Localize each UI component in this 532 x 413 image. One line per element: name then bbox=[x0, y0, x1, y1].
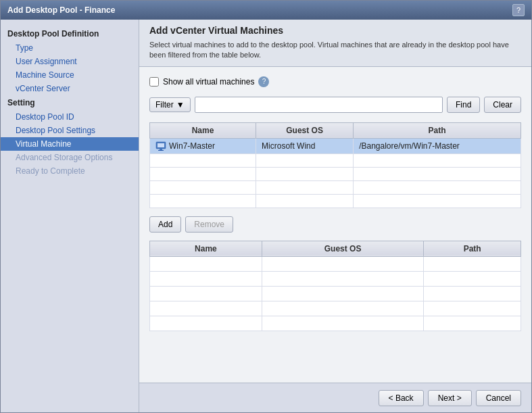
svg-rect-3 bbox=[158, 150, 164, 151]
sidebar-item-ready-to-complete: Ready to Complete bbox=[1, 164, 139, 178]
col-name-1: Name bbox=[150, 122, 256, 138]
sidebar-item-desktop-pool-settings[interactable]: Desktop Pool Settings bbox=[1, 124, 139, 137]
sidebar-item-user-assignment[interactable]: User Assignment bbox=[1, 55, 139, 68]
vm-selected-table: Name Guest OS Path bbox=[149, 241, 521, 331]
help-button[interactable]: ? bbox=[512, 4, 525, 16]
title-bar: Add Desktop Pool - Finance ? bbox=[1, 1, 531, 20]
sidebar-definition-title: Desktop Pool Definition bbox=[1, 26, 139, 41]
svg-rect-2 bbox=[160, 149, 162, 150]
cancel-button[interactable]: Cancel bbox=[476, 390, 521, 406]
sidebar: Desktop Pool Definition Type User Assign… bbox=[1, 20, 139, 412]
panel-header: Add vCenter Virtual Machines Select virt… bbox=[139, 20, 531, 67]
next-button[interactable]: Next > bbox=[428, 390, 472, 406]
panel-header-title: Add vCenter Virtual Machines bbox=[149, 25, 521, 36]
right-panel: Add vCenter Virtual Machines Select virt… bbox=[139, 20, 531, 412]
add-button[interactable]: Add bbox=[149, 216, 181, 233]
col-path-2: Path bbox=[424, 241, 521, 256]
panel-header-desc: Select virtual machines to add to the de… bbox=[149, 40, 521, 61]
sidebar-item-advanced-storage: Advanced Storage Options bbox=[1, 151, 139, 164]
sidebar-item-machine-source[interactable]: Machine Source bbox=[1, 68, 139, 82]
selected-row-empty-2 bbox=[150, 271, 521, 286]
selected-row-empty-4 bbox=[150, 301, 521, 316]
vm-name-cell: Win7-Master bbox=[150, 138, 256, 153]
table-row[interactable]: Win7-Master Microsoft Wind /Bangalore/vm… bbox=[150, 138, 521, 153]
col-guest-os-1: Guest OS bbox=[256, 122, 354, 138]
main-content: Desktop Pool Definition Type User Assign… bbox=[1, 20, 531, 412]
selected-row-empty-1 bbox=[150, 256, 521, 271]
table-row-empty-4 bbox=[150, 194, 521, 208]
table-row-empty-2 bbox=[150, 167, 521, 180]
vm-path-cell: /Bangalore/vm/Win7-Master bbox=[354, 138, 521, 153]
filter-button[interactable]: Filter ▼ bbox=[149, 97, 191, 112]
show-all-help-icon[interactable]: ? bbox=[258, 76, 269, 87]
vm-guest-os-cell: Microsoft Wind bbox=[256, 138, 354, 153]
add-remove-row: Add Remove bbox=[149, 216, 521, 233]
selected-row-empty-5 bbox=[150, 316, 521, 331]
footer: < Back Next > Cancel bbox=[139, 383, 531, 412]
panel-body: Show all virtual machines ? Filter ▼ Fin… bbox=[139, 67, 531, 383]
sidebar-item-virtual-machine[interactable]: Virtual Machine bbox=[1, 137, 139, 151]
selected-row-empty-3 bbox=[150, 286, 521, 301]
find-button[interactable]: Find bbox=[447, 97, 480, 113]
filter-input[interactable] bbox=[195, 97, 443, 113]
vm-source-table: Name Guest OS Path bbox=[149, 122, 521, 208]
sidebar-item-type[interactable]: Type bbox=[1, 41, 139, 55]
main-window: Add Desktop Pool - Finance ? Desktop Poo… bbox=[0, 0, 532, 413]
sidebar-item-vcenter-server[interactable]: vCenter Server bbox=[1, 82, 139, 95]
sidebar-item-desktop-pool-id[interactable]: Desktop Pool ID bbox=[1, 110, 139, 124]
back-button[interactable]: < Back bbox=[379, 390, 424, 406]
col-guest-os-2: Guest OS bbox=[262, 241, 423, 256]
clear-button[interactable]: Clear bbox=[484, 97, 521, 113]
vm-icon bbox=[155, 141, 166, 151]
col-path-1: Path bbox=[354, 122, 521, 138]
table-row-empty-3 bbox=[150, 180, 521, 194]
filter-dropdown-icon: ▼ bbox=[176, 100, 185, 110]
table-row-empty-1 bbox=[150, 153, 521, 167]
window-title: Add Desktop Pool - Finance bbox=[7, 5, 115, 15]
col-name-2: Name bbox=[150, 241, 262, 256]
remove-button[interactable]: Remove bbox=[185, 216, 233, 233]
filter-row: Filter ▼ Find Clear bbox=[149, 97, 521, 113]
show-all-row: Show all virtual machines ? bbox=[149, 76, 521, 87]
show-all-label[interactable]: Show all virtual machines bbox=[163, 77, 254, 87]
sidebar-setting-title: Setting bbox=[1, 95, 139, 110]
svg-rect-1 bbox=[158, 143, 164, 147]
show-all-checkbox[interactable] bbox=[149, 77, 159, 87]
